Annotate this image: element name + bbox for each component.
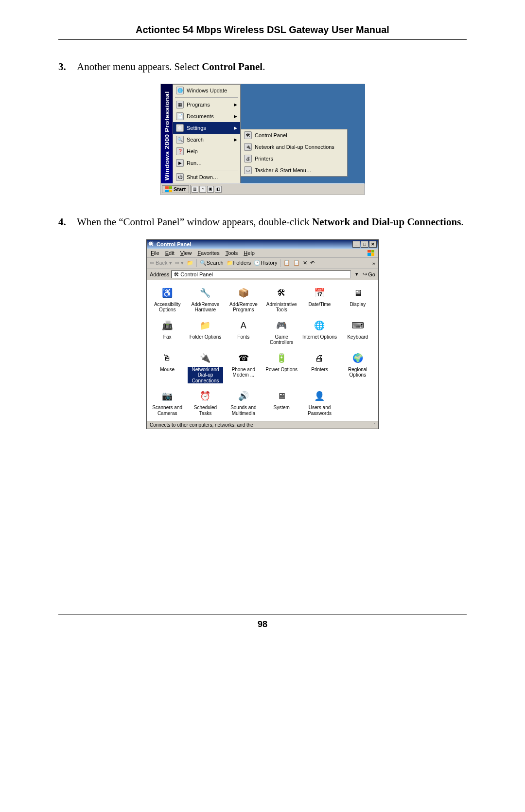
item-label: Date/Time <box>302 302 337 307</box>
run-icon: ▶ <box>176 159 184 167</box>
cp-item-game-controllers[interactable]: 🎮Game Controllers <box>263 317 300 346</box>
up-button[interactable]: 📁 <box>187 260 193 266</box>
history-button[interactable]: 🕑History <box>254 260 277 266</box>
submenu-printers[interactable]: 🖨Printers <box>241 153 347 164</box>
cp-item-fax[interactable]: 📠Fax <box>149 317 186 346</box>
chevron-right-icon: ▶ <box>234 126 237 130</box>
cp-item-internet-options[interactable]: 🌐Internet Options <box>301 317 338 346</box>
cp-item-scanners-and-cameras[interactable]: 📷Scanners and Cameras <box>149 387 186 417</box>
step-4: 4. When the “Control Panel” window appea… <box>58 215 467 229</box>
back-button[interactable]: ⇦ Back ▾ <box>150 260 172 266</box>
minimize-button[interactable]: _ <box>352 241 360 248</box>
menu-favorites[interactable]: Favorites <box>197 250 219 256</box>
cp-item-users-and-passwords[interactable]: 👤Users and Passwords <box>301 387 338 417</box>
cp-item-regional-options[interactable]: 🌍Regional Options <box>339 349 376 385</box>
menu-edit[interactable]: Edit <box>165 250 175 256</box>
cp-item-folder-options[interactable]: 📁Folder Options <box>187 317 224 346</box>
cp-item-fonts[interactable]: AFonts <box>225 317 262 346</box>
folders-button[interactable]: 📁Folders <box>227 260 251 266</box>
item-icon: 🖨 <box>312 350 327 366</box>
step-3-post: . <box>262 61 265 72</box>
menu-settings[interactable]: ⚙Settings▶ <box>173 122 240 134</box>
item-label: System <box>264 405 299 411</box>
cp-item-mouse[interactable]: 🖱Mouse <box>149 349 186 385</box>
cp-item-date-time[interactable]: 📅Date/Time <box>301 284 338 314</box>
cp-item-keyboard[interactable]: ⌨Keyboard <box>339 317 376 346</box>
submenu-control-panel[interactable]: 🛠Control Panel <box>241 129 347 141</box>
search-button[interactable]: 🔍Search <box>200 260 224 266</box>
maximize-button[interactable]: □ <box>361 241 368 248</box>
toolbar-overflow[interactable]: » <box>372 260 375 266</box>
cp-item-power-options[interactable]: 🔋Power Options <box>263 349 300 385</box>
quicklaunch-icon[interactable]: ▥ <box>192 186 198 193</box>
menu-run[interactable]: ▶Run… <box>173 157 240 169</box>
cp-item-system[interactable]: 🖥System <box>263 387 300 417</box>
quicklaunch-icon[interactable]: ▣ <box>207 186 214 193</box>
cp-item-accessibility-options[interactable]: ♿Accessibility Options <box>149 284 186 314</box>
menu-help[interactable]: Help <box>244 250 255 256</box>
chevron-right-icon: ▶ <box>234 137 237 142</box>
item-label: Printers <box>302 367 337 373</box>
resize-grip-icon[interactable]: ⋰ <box>370 422 375 428</box>
printer-icon: 🖨 <box>244 155 252 162</box>
delete-button[interactable]: ✕ <box>303 260 307 266</box>
toolbar-icon[interactable]: 📋 <box>283 260 290 266</box>
menu-help[interactable]: ❓Help <box>173 145 240 157</box>
step-4-post: . <box>461 216 463 228</box>
cp-item-display[interactable]: 🖥Display <box>339 284 376 314</box>
cp-item-printers[interactable]: 🖨Printers <box>301 349 338 385</box>
item-label: Folder Options <box>188 334 223 340</box>
menu-shutdown[interactable]: ⏻Shut Down… <box>173 171 240 183</box>
close-button[interactable]: ✕ <box>369 241 377 248</box>
menu-search[interactable]: 🔍Search▶ <box>173 134 240 145</box>
item-label: Fonts <box>226 334 261 340</box>
go-button[interactable]: ↪Go <box>363 271 375 277</box>
start-button[interactable]: Start <box>162 185 189 193</box>
menu-file[interactable]: File <box>151 250 159 256</box>
submenu-network[interactable]: 🔌Network and Dial-up Connections <box>241 141 347 153</box>
quicklaunch-icon[interactable]: e <box>199 186 206 193</box>
step-4-number: 4. <box>58 215 77 229</box>
menu-windows-update[interactable]: 🌐Windows Update <box>173 85 240 96</box>
windows-flag-icon <box>165 186 172 192</box>
shutdown-icon: ⏻ <box>176 173 184 181</box>
step-4-text: When the “Control Panel” window appears,… <box>77 215 467 229</box>
network-icon: 🔌 <box>244 143 252 151</box>
address-dropdown[interactable]: ▾ <box>353 271 361 277</box>
item-label: Sounds and Multimedia <box>226 405 261 416</box>
menu-programs[interactable]: ▦Programs▶ <box>173 99 240 110</box>
item-icon: 📷 <box>159 388 175 404</box>
item-icon: 🌐 <box>312 318 327 333</box>
address-bar: Address 🛠Control Panel ▾ ↪Go <box>147 269 378 280</box>
window-titlebar: 🛠 Control Panel _ □ ✕ <box>147 240 378 249</box>
cp-item-add-remove-programs[interactable]: 📦Add/Remove Programs <box>225 284 262 314</box>
item-icon: 📦 <box>236 285 251 301</box>
cp-item-administrative-tools[interactable]: 🛠Administrative Tools <box>263 284 300 314</box>
forward-button[interactable]: ⇨ ▾ <box>175 260 184 266</box>
chevron-right-icon: ▶ <box>234 102 237 107</box>
menu-view[interactable]: View <box>180 250 192 256</box>
cp-item-scheduled-tasks[interactable]: ⏰Scheduled Tasks <box>187 387 224 417</box>
item-icon: A <box>236 318 251 333</box>
search-icon: 🔍 <box>176 136 184 144</box>
undo-button[interactable]: ↶ <box>310 260 315 266</box>
documents-icon: 📄 <box>176 112 184 120</box>
item-icon: 🎮 <box>274 318 289 333</box>
menu-documents[interactable]: 📄Documents▶ <box>173 110 240 122</box>
start-menu-screenshot: Windows 2000 Professional 🌐Windows Updat… <box>160 84 365 195</box>
address-input[interactable]: 🛠Control Panel <box>171 271 351 278</box>
item-icon: 📅 <box>312 285 327 301</box>
toolbar-icon[interactable]: 📋 <box>293 260 300 266</box>
menu-tools[interactable]: Tools <box>226 250 238 256</box>
quicklaunch-icon[interactable]: ◧ <box>215 186 222 193</box>
item-icon: 🛠 <box>274 285 289 301</box>
cp-item-network-and-dial-up-connections[interactable]: 🔌Network and Dial-up Connections <box>187 349 224 385</box>
item-icon: 👤 <box>312 388 327 404</box>
cp-item-sounds-and-multimedia[interactable]: 🔊Sounds and Multimedia <box>225 387 262 417</box>
globe-icon: 🌐 <box>176 87 184 94</box>
submenu-taskbar[interactable]: ▭Taskbar & Start Menu… <box>241 164 347 176</box>
item-label: Power Options <box>264 367 299 373</box>
cp-item-phone-and-modem-[interactable]: ☎Phone and Modem ... <box>225 349 262 385</box>
cp-item-add-remove-hardware[interactable]: 🔧Add/Remove Hardware <box>187 284 224 314</box>
item-icon: 🔌 <box>197 350 213 366</box>
